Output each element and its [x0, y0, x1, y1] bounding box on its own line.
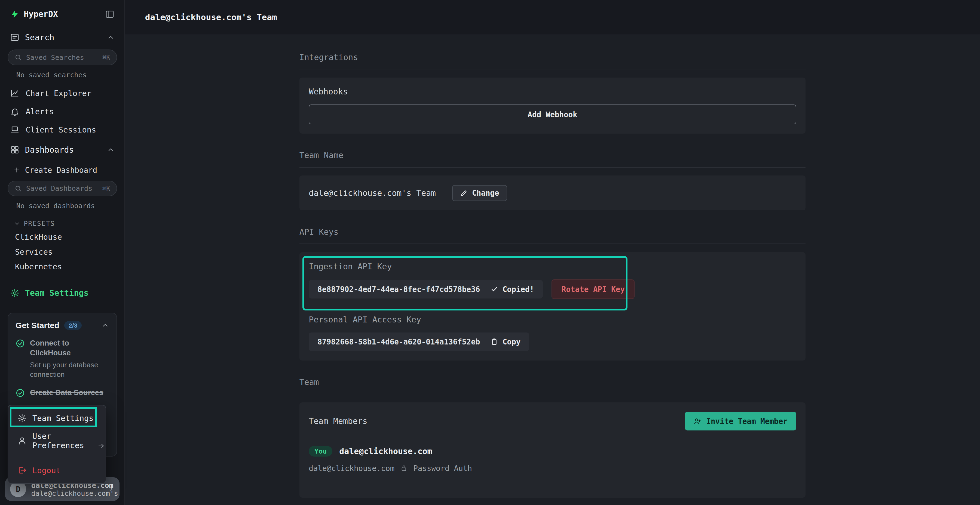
saved-dashboards-placeholder: Saved Dashboards: [26, 184, 92, 192]
step-title: Connect to ClickHouse: [30, 338, 106, 358]
team-members-card: Team Members Invite Team Member You dale…: [299, 402, 806, 498]
page-title: dale@clickhouse.com's Team: [145, 12, 277, 22]
account-subtitle: dale@clickhouse.com's: [31, 489, 103, 497]
divider: [299, 69, 806, 69]
grid-icon: [10, 145, 19, 154]
step-subtitle: Set up your database connection: [30, 360, 106, 380]
app-logo: HyperDX: [10, 9, 58, 19]
chevron-up-icon: [107, 34, 115, 41]
rotate-api-key-button[interactable]: Rotate API Key: [552, 279, 635, 299]
sidebar-header: HyperDX: [0, 0, 124, 26]
check-circle-icon: [16, 339, 25, 348]
sidebar-item-alerts[interactable]: Alerts: [0, 103, 124, 121]
password-auth-label: Password Auth: [413, 464, 472, 473]
menu-divider: [13, 458, 101, 458]
invite-team-member-button[interactable]: Invite Team Member: [685, 412, 796, 430]
personal-api-key-chip[interactable]: 87982668-58b1-4d6e-a620-014a136f52eb Cop…: [309, 332, 529, 351]
add-webhook-button[interactable]: Add Webhook: [309, 105, 796, 124]
preset-item-clickhouse[interactable]: ClickHouse: [0, 230, 124, 245]
cmd-k-shortcut: ⌘K: [102, 185, 110, 192]
logout-icon: [18, 465, 27, 475]
team-name-value: dale@clickhouse.com's Team: [309, 188, 436, 198]
lock-icon: [400, 464, 408, 472]
team-heading: Team: [299, 377, 806, 387]
ingestion-api-key-label: Ingestion API Key: [309, 262, 796, 271]
get-started-step-sources[interactable]: Create Data Sources: [16, 388, 109, 398]
search-icon: [14, 185, 22, 192]
menu-item-user-preferences[interactable]: User Preferences: [12, 427, 102, 454]
get-started-header[interactable]: Get Started 2/3: [16, 321, 109, 330]
saved-searches-input[interactable]: Saved Searches ⌘K: [8, 49, 117, 65]
get-started-step-connect[interactable]: Connect to ClickHouse Set up your databa…: [16, 338, 109, 380]
plus-icon: [13, 166, 21, 174]
ingestion-api-key-value: 8e887902-4ed7-44ea-8fec-f47cd578be36: [317, 285, 480, 294]
webhooks-card: Webhooks Add Webhook: [299, 78, 806, 133]
clipboard-icon: [490, 338, 498, 346]
search-section-label: Search: [25, 33, 54, 42]
menu-item-team-settings[interactable]: Team Settings: [12, 409, 102, 427]
chevron-right-icon: [108, 486, 115, 492]
person-plus-icon: [694, 418, 701, 425]
sidebar-item-team-settings[interactable]: Team Settings: [0, 282, 124, 304]
hyperdx-logo-icon: [10, 10, 19, 19]
nav-label: Dashboards: [25, 145, 74, 154]
chevron-up-icon: [107, 146, 115, 154]
divider: [299, 394, 806, 394]
divider: [299, 243, 806, 244]
search-icon: [14, 54, 22, 61]
change-team-name-button[interactable]: Change: [452, 185, 507, 201]
copied-indicator: Copied!: [490, 285, 534, 294]
sidebar-item-chart-explorer[interactable]: Chart Explorer: [0, 84, 124, 103]
member-meta-row: dale@clickhouse.com Password Auth: [309, 464, 796, 473]
step-title: Create Data Sources: [30, 388, 103, 397]
team-name-heading: Team Name: [299, 151, 806, 160]
menu-item-logout[interactable]: Logout: [12, 461, 102, 480]
member-email: dale@clickhouse.com: [309, 464, 395, 473]
create-dashboard-button[interactable]: Create Dashboard: [0, 161, 124, 179]
copy-label: Copy: [503, 337, 520, 346]
you-badge: You: [309, 446, 332, 456]
collapse-sidebar-icon[interactable]: [105, 10, 115, 19]
integrations-heading: Integrations: [299, 52, 806, 62]
menu-label: User Preferences: [32, 432, 96, 450]
get-started-title: Get Started: [16, 321, 59, 330]
search-section-header[interactable]: Search: [0, 26, 124, 48]
menu-label: Team Settings: [32, 414, 94, 423]
team-settings-label: Team Settings: [25, 288, 89, 298]
no-saved-dashboards-text: No saved dashboards: [0, 199, 124, 216]
chevron-down-icon: [14, 221, 20, 227]
search-section-icon: [10, 33, 19, 42]
chevron-up-icon: [102, 322, 109, 329]
team-name-card: dale@clickhouse.com's Team Change: [299, 176, 806, 210]
main-area: dale@clickhouse.com's Team Integrations …: [125, 0, 980, 505]
ingestion-api-key-chip[interactable]: 8e887902-4ed7-44ea-8fec-f47cd578be36 Cop…: [309, 280, 543, 299]
preset-item-kubernetes[interactable]: Kubernetes: [0, 260, 124, 275]
nav-label: Client Sessions: [25, 125, 96, 134]
preset-item-services[interactable]: Services: [0, 245, 124, 260]
get-started-progress-badge: 2/3: [64, 321, 82, 330]
sidebar-item-dashboards[interactable]: Dashboards: [0, 139, 124, 161]
no-saved-searches-text: No saved searches: [0, 68, 124, 84]
saved-searches-placeholder: Saved Searches: [26, 54, 84, 62]
presets-toggle[interactable]: PRESETS: [0, 216, 124, 230]
bell-icon: [10, 107, 19, 116]
saved-dashboards-input[interactable]: Saved Dashboards ⌘K: [8, 181, 117, 196]
gear-icon: [10, 288, 19, 298]
sidebar-item-client-sessions[interactable]: Client Sessions: [0, 121, 124, 139]
content-scroll-area[interactable]: Integrations Webhooks Add Webhook Team N…: [125, 35, 980, 505]
webhooks-label: Webhooks: [309, 87, 796, 96]
copy-action: Copy: [490, 337, 520, 346]
team-members-label: Team Members: [309, 416, 368, 426]
divider: [299, 167, 806, 168]
personal-api-key-label: Personal API Access Key: [309, 315, 796, 324]
personal-api-key-value: 87982668-58b1-4d6e-a620-014a136f52eb: [317, 337, 480, 346]
arrow-right-icon: [97, 442, 105, 450]
api-keys-heading: API Keys: [299, 227, 806, 237]
change-label: Change: [472, 189, 499, 197]
invite-label: Invite Team Member: [706, 417, 788, 426]
pencil-icon: [460, 189, 468, 197]
account-context-menu: Team Settings User Preferences Logout: [8, 405, 107, 484]
check-circle-icon: [16, 388, 25, 397]
presets-label: PRESETS: [24, 220, 55, 227]
nav-label: Chart Explorer: [25, 89, 91, 98]
